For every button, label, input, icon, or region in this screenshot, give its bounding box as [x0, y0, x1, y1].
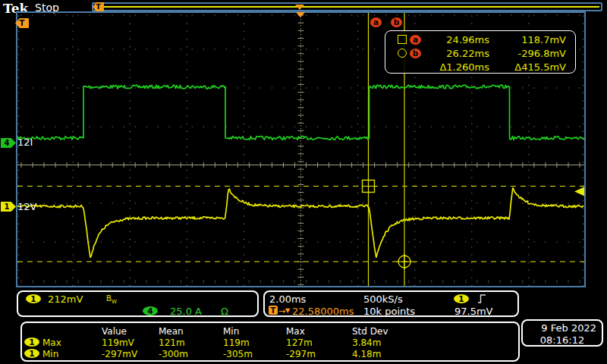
- meas-header-mean: Mean: [159, 327, 184, 336]
- meas-row2-min: -305m: [223, 350, 253, 359]
- ch4-position-marker[interactable]: 4: [1, 138, 16, 148]
- record-view-bar[interactable]: [92, 2, 602, 11]
- meas-row2-stddev: 4.18m: [352, 350, 381, 359]
- meas-row1-name: Max: [42, 338, 61, 347]
- cursor-readout-box: a 24.96ms 118.7mV b 26.22ms -296.8mV Δ1.…: [385, 30, 576, 74]
- cursor-a-square-icon: [398, 35, 407, 44]
- measurement-table: Value Mean Min Max Std Dev 1 Max 119mV 1…: [20, 322, 520, 362]
- meas-row2-mean: -300m: [159, 350, 188, 359]
- ch4-scale: 25.0 A: [170, 306, 202, 316]
- meas-row1-value: 119mV: [102, 338, 134, 347]
- meas-header-max: Max: [286, 327, 305, 336]
- cursor-b-time: 26.22ms: [424, 48, 489, 59]
- cursor-a-row: a 24.96ms 118.7mV: [398, 33, 569, 46]
- ch4-waveform-label: 12I: [17, 137, 33, 147]
- meas-row1-mean: 121m: [159, 338, 185, 347]
- time-display: 08:16:12: [527, 335, 598, 345]
- meas-row1-max: 127m: [286, 338, 313, 347]
- ch4-coupling-ohm-icon: Ω: [221, 306, 228, 316]
- horizontal-scale: 2.00ms: [269, 294, 306, 304]
- cursor-a-badge[interactable]: a: [370, 17, 382, 27]
- trigger-level: 97.5mV: [454, 306, 493, 316]
- meas-row2-channel-badge: 1: [24, 349, 39, 358]
- record-length: 10k points: [363, 306, 415, 316]
- trigger-source-badge[interactable]: 1: [454, 294, 469, 303]
- horizontal-trigger-box[interactable]: 2.00ms 500kS/s 1 T → ▼ 22.58000ms 10k po…: [263, 290, 519, 317]
- cursor-b-badge[interactable]: b: [391, 17, 402, 27]
- meas-row2-value: -297mV: [102, 350, 137, 359]
- delay-time: 22.58000ms: [292, 306, 354, 316]
- meas-header-stddev: Std Dev: [352, 327, 388, 336]
- record-line: [102, 6, 599, 8]
- meas-row1-min: 119m: [223, 338, 250, 347]
- cursor-delta-time: Δ1.260ms: [424, 61, 489, 73]
- cursor-delta-voltage: Δ415.5mV: [492, 61, 569, 73]
- cursor-a-time: 24.96ms: [424, 34, 489, 46]
- delay-trigger-icon: T: [269, 306, 278, 315]
- oscilloscope-screen: Tek Stop T T a b 4 12I 1 12V a 24.96ms 1…: [0, 0, 607, 364]
- meas-row1-stddev: 3.84m: [352, 338, 381, 347]
- ch4-badge[interactable]: 4: [143, 306, 158, 315]
- sample-rate: 500kS/s: [363, 294, 403, 304]
- cursor-b-badge-small: b: [410, 49, 421, 58]
- bandwidth-limit-icon: BW: [106, 294, 117, 305]
- meas-row1-channel-badge: 1: [24, 337, 39, 347]
- meas-row2-name: Min: [42, 350, 58, 359]
- meas-row2-max: -297m: [286, 350, 316, 359]
- date-display: 9 Feb 2022: [527, 323, 598, 333]
- trigger-position-marker[interactable]: [296, 12, 305, 17]
- delay-marker-icon: ▼: [285, 307, 290, 314]
- cursor-b-circle-icon: [398, 49, 407, 58]
- meas-header-value: Value: [102, 327, 127, 336]
- ch1-scale: 212mV: [48, 294, 83, 304]
- cursor-a-voltage: 118.7mV: [492, 34, 569, 46]
- meas-header-min: Min: [223, 327, 239, 336]
- trigger-level-arrow[interactable]: [574, 187, 584, 196]
- cursor-b-voltage: -296.8mV: [492, 48, 569, 59]
- ch1-waveform-label: 12V: [17, 202, 36, 212]
- cursor-b-row: b 26.22ms -296.8mV: [398, 46, 569, 60]
- clock-box: 9 Feb 2022 08:16:12: [521, 319, 603, 347]
- record-trigger-position-marker[interactable]: [295, 5, 304, 10]
- ch1-badge[interactable]: 1: [26, 294, 41, 303]
- channel-settings-box[interactable]: 1 212mV BW 4 25.0 A Ω: [17, 290, 259, 317]
- cursor-delta-row: Δ1.260ms Δ415.5mV: [398, 60, 569, 74]
- cursor-a-badge-small: a: [410, 35, 421, 45]
- ch1-position-marker[interactable]: 1: [1, 202, 16, 212]
- rising-edge-slope-icon: [477, 293, 486, 304]
- delay-arrow-icon: →: [278, 306, 285, 316]
